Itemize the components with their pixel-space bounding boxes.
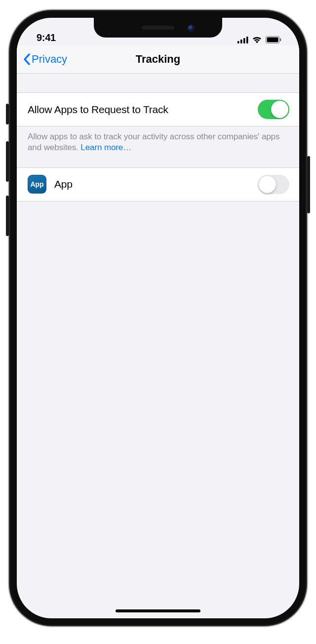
svg-rect-6	[280, 39, 281, 41]
svg-rect-5	[267, 38, 278, 42]
svg-rect-0	[237, 41, 239, 43]
status-icons	[237, 36, 281, 43]
app-name: App	[54, 178, 250, 190]
learn-more-link[interactable]: Learn more…	[80, 143, 131, 152]
nav-header: Privacy Tracking	[17, 45, 299, 73]
svg-rect-3	[246, 37, 248, 43]
front-camera	[188, 25, 195, 32]
back-button[interactable]: Privacy	[23, 53, 67, 66]
app-icon: App	[28, 175, 46, 194]
app-tracking-toggle[interactable]	[258, 175, 289, 194]
wifi-icon	[252, 36, 262, 43]
app-tracking-row: App App	[17, 167, 299, 201]
battery-icon	[266, 36, 281, 43]
notch	[94, 18, 222, 38]
volume-down-button	[6, 196, 9, 236]
allow-tracking-row: Allow Apps to Request to Track	[17, 92, 299, 126]
chevron-left-icon	[23, 53, 31, 65]
phone-frame: 9:41	[9, 10, 307, 626]
home-indicator[interactable]	[116, 609, 200, 612]
page-title: Tracking	[136, 53, 180, 66]
description-text: Allow apps to ask to track your activity…	[28, 132, 279, 152]
allow-tracking-description: Allow apps to ask to track your activity…	[17, 126, 299, 167]
cellular-icon	[237, 37, 248, 43]
volume-up-button	[6, 141, 9, 182]
allow-tracking-toggle[interactable]	[258, 100, 289, 119]
svg-rect-1	[240, 40, 242, 43]
ring-switch	[6, 104, 9, 124]
status-time: 9:41	[37, 32, 56, 43]
content: Allow Apps to Request to Track Allow app…	[17, 74, 299, 201]
phone-screen: 9:41	[17, 18, 299, 618]
power-button	[307, 156, 310, 213]
svg-rect-2	[243, 38, 245, 43]
speaker-grill	[142, 26, 174, 30]
back-label: Privacy	[32, 53, 67, 66]
allow-tracking-label: Allow Apps to Request to Track	[28, 104, 250, 116]
